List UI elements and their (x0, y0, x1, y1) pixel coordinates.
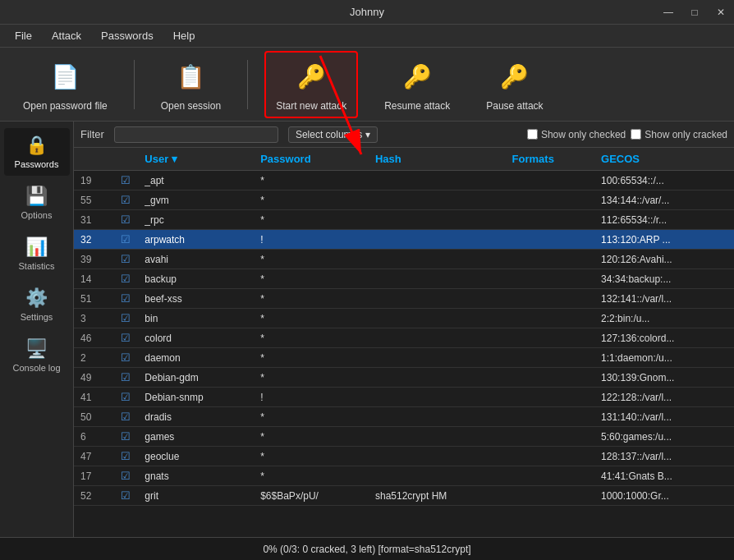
table-row[interactable]: 50 ☑ dradis * 131:140::/var/l... (74, 407, 734, 427)
row-check[interactable]: ☑ (113, 289, 138, 309)
menu-bar: File Attack Passwords Help (0, 25, 734, 48)
row-password: * (254, 328, 369, 348)
row-check[interactable]: ☑ (113, 427, 138, 447)
filter-input[interactable] (114, 126, 278, 143)
row-num: 50 (74, 407, 113, 427)
select-columns-button[interactable]: Select columns ▾ (288, 126, 378, 143)
passwords-icon: 🔒 (25, 135, 48, 156)
check-icon: ☑ (121, 233, 131, 246)
row-num: 3 (74, 309, 113, 328)
passwords-table-container[interactable]: User ▾ Password Hash Formats GECOS 19 ☑ … (74, 148, 734, 537)
row-password: ! (254, 388, 369, 407)
show-only-checked-label[interactable]: Show only checked (527, 129, 626, 140)
th-user[interactable]: User ▾ (138, 148, 254, 171)
sidebar-item-console-log[interactable]: 🖥️ Console log (4, 332, 70, 379)
row-num: 19 (74, 171, 113, 190)
minimize-button[interactable]: — (655, 0, 681, 25)
row-user: games (138, 427, 254, 447)
show-only-cracked-checkbox[interactable] (631, 129, 641, 140)
check-icon: ☑ (121, 489, 131, 502)
row-password: * (254, 269, 369, 289)
show-only-checked-checkbox[interactable] (527, 129, 538, 140)
row-check[interactable]: ☑ (113, 250, 138, 269)
start-new-attack-button[interactable]: 🔑 Start new attack (264, 51, 358, 118)
row-check[interactable]: ☑ (113, 269, 138, 289)
table-row[interactable]: 46 ☑ colord * 127:136:colord... (74, 328, 734, 348)
table-row[interactable]: 14 ☑ backup * 34:34:backup:... (74, 269, 734, 289)
maximize-button[interactable]: □ (681, 0, 708, 25)
close-button[interactable]: ✕ (708, 0, 734, 25)
table-row[interactable]: 19 ☑ _apt * 100:65534::/... (74, 171, 734, 190)
row-check[interactable]: ☑ (113, 486, 138, 506)
row-check[interactable]: ☑ (113, 328, 138, 348)
sidebar-item-settings[interactable]: ⚙️ Settings (4, 281, 70, 328)
row-user: Debian-snmp (138, 388, 254, 407)
progress-bar: 0% (0/3: 0 cracked, 3 left) [format=sha5… (0, 538, 734, 560)
row-formats (506, 289, 594, 309)
row-hash (369, 348, 506, 368)
row-check[interactable]: ☑ (113, 407, 138, 427)
show-only-cracked-label[interactable]: Show only cracked (631, 129, 727, 140)
open-session-label: Open session (161, 100, 221, 112)
table-row[interactable]: 17 ☑ gnats * 41:41:Gnats B... (74, 466, 734, 486)
table-row[interactable]: 52 ☑ grit $6$BaPx/pU/ sha512crypt HM 100… (74, 486, 734, 506)
pause-attack-button[interactable]: 🔑 Pause attack (476, 53, 553, 117)
th-check (113, 148, 138, 171)
statistics-icon: 📊 (25, 236, 48, 258)
row-num: 39 (74, 250, 113, 269)
sidebar-item-options[interactable]: 💾 Options (4, 179, 70, 227)
table-row[interactable]: 49 ☑ Debian-gdm * 130:139:Gnom... (74, 368, 734, 388)
table-row[interactable]: 32 ☑ arpwatch ! 113:120:ARP ... (74, 230, 734, 250)
row-hash (369, 328, 506, 348)
table-row[interactable]: 3 ☑ bin * 2:2:bin:/u... (74, 309, 734, 328)
row-num: 32 (74, 230, 113, 250)
resume-attack-button[interactable]: 🔑 Resume attack (374, 53, 460, 117)
open-session-button[interactable]: 📋 Open session (151, 53, 231, 117)
passwords-table: User ▾ Password Hash Formats GECOS 19 ☑ … (74, 148, 734, 506)
row-num: 47 (74, 447, 113, 466)
menu-help[interactable]: Help (165, 26, 204, 45)
row-gecos: 112:65534::/r... (594, 210, 734, 230)
filter-options: Show only checked Show only cracked (527, 129, 727, 140)
table-row[interactable]: 6 ☑ games * 5:60:games:/u... (74, 427, 734, 447)
table-row[interactable]: 39 ☑ avahi * 120:126:Avahi... (74, 250, 734, 269)
row-gecos: 5:60:games:/u... (594, 427, 734, 447)
row-gecos: 2:2:bin:/u... (594, 309, 734, 328)
row-check[interactable]: ☑ (113, 190, 138, 210)
table-row[interactable]: 31 ☑ _rpc * 112:65534::/r... (74, 210, 734, 230)
row-check[interactable]: ☑ (113, 230, 138, 250)
open-password-file-button[interactable]: 📄 Open password file (13, 53, 117, 117)
row-user: dradis (138, 407, 254, 427)
table-body: 19 ☑ _apt * 100:65534::/... 55 ☑ _gvm * … (74, 171, 734, 506)
row-hash (369, 269, 506, 289)
options-icon: 💾 (25, 186, 48, 207)
row-check[interactable]: ☑ (113, 368, 138, 388)
row-check[interactable]: ☑ (113, 171, 138, 190)
menu-file[interactable]: File (7, 26, 40, 45)
row-user: _rpc (138, 210, 254, 230)
menu-passwords[interactable]: Passwords (93, 26, 162, 45)
sidebar-item-passwords[interactable]: 🔒 Passwords (4, 128, 70, 176)
row-user: arpwatch (138, 230, 254, 250)
row-gecos: 34:34:backup:... (594, 269, 734, 289)
sidebar-console-label: Console log (12, 363, 60, 373)
row-check[interactable]: ☑ (113, 388, 138, 407)
row-check[interactable]: ☑ (113, 348, 138, 368)
row-formats (506, 171, 594, 190)
sidebar-item-statistics[interactable]: 📊 Statistics (4, 230, 70, 278)
title-bar: Johnny — □ ✕ (0, 0, 734, 25)
row-check[interactable]: ☑ (113, 466, 138, 486)
table-row[interactable]: 55 ☑ _gvm * 134:144::/var/... (74, 190, 734, 210)
table-row[interactable]: 41 ☑ Debian-snmp ! 122:128::/var/l... (74, 388, 734, 407)
row-gecos: 134:144::/var/... (594, 190, 734, 210)
table-row[interactable]: 51 ☑ beef-xss * 132:141::/var/l... (74, 289, 734, 309)
row-num: 6 (74, 427, 113, 447)
toolbar-separator-2 (247, 60, 248, 109)
table-row[interactable]: 47 ☑ geoclue * 128:137::/var/l... (74, 447, 734, 466)
row-check[interactable]: ☑ (113, 447, 138, 466)
menu-attack[interactable]: Attack (44, 26, 89, 45)
table-row[interactable]: 2 ☑ daemon * 1:1:daemon:/u... (74, 348, 734, 368)
row-check[interactable]: ☑ (113, 210, 138, 230)
row-check[interactable]: ☑ (113, 309, 138, 328)
row-gecos: 113:120:ARP ... (594, 230, 734, 250)
